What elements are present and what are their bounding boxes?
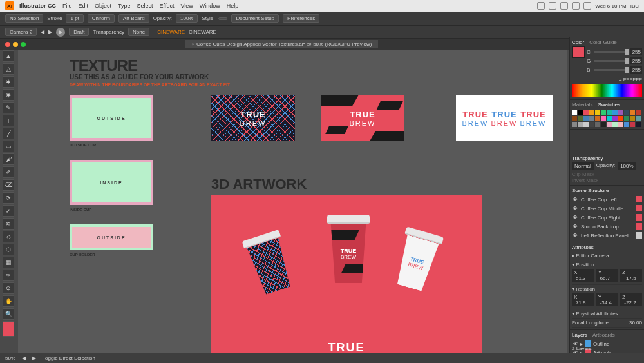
rot-y[interactable]: -34.4 — [598, 299, 614, 306]
pos-z[interactable]: -17.5 — [622, 275, 638, 282]
direct-selection-tool-icon[interactable]: △ — [3, 63, 14, 75]
swatch[interactable] — [589, 122, 594, 127]
blend-mode[interactable]: Normal — [572, 162, 594, 170]
texture-preview-3[interactable]: TRUEBREW TRUEBREW TRUEBREW — [456, 95, 553, 141]
document-tab[interactable]: × Coffee Cups Design Applied Vector Text… — [185, 40, 378, 48]
close-window-icon[interactable] — [5, 42, 10, 47]
canvas-area[interactable]: TEXTURE USE THIS AS A GUIDE FOR YOUR ART… — [18, 50, 567, 353]
nav-icon[interactable]: ◀ — [22, 355, 26, 361]
swatch[interactable] — [601, 110, 606, 115]
menu-window[interactable]: Window — [200, 3, 220, 9]
tray-icon[interactable] — [560, 2, 568, 10]
swatch[interactable] — [618, 110, 623, 115]
menu-select[interactable]: Select — [137, 3, 153, 9]
scene-color-box[interactable] — [636, 196, 642, 202]
menubar-user[interactable]: IBC — [630, 3, 639, 9]
pen-tool-icon[interactable]: ✎ — [3, 102, 14, 113]
focal-value[interactable]: 36.00 — [629, 320, 642, 326]
swatch[interactable] — [612, 110, 618, 115]
swatch-grid[interactable] — [572, 110, 642, 127]
swatch[interactable] — [583, 110, 589, 115]
pos-x[interactable]: 51.3 — [574, 275, 588, 282]
scene-row[interactable]: 👁Coffee Cup Middle — [572, 204, 642, 213]
opacity-value[interactable]: 100% — [176, 14, 198, 23]
swatch[interactable] — [636, 122, 641, 127]
visibility-icon[interactable]: 👁 — [572, 206, 578, 211]
scene-row[interactable]: 👁Coffee Cup Right — [572, 213, 642, 222]
artboard-outside-cup[interactable]: OUTSIDE — [70, 95, 153, 141]
menu-file[interactable]: File — [62, 3, 72, 9]
menu-type[interactable]: Type — [118, 3, 131, 9]
transparency-tab[interactable]: Transparency — [572, 155, 603, 161]
scene-color-box[interactable] — [636, 214, 642, 221]
eyedropper-tool-icon[interactable]: ✑ — [3, 270, 14, 281]
tray-icon[interactable] — [572, 2, 580, 10]
color-tab[interactable]: Color — [572, 39, 584, 45]
swatches-tab[interactable]: Swatches — [598, 102, 620, 108]
swatch[interactable] — [589, 116, 594, 121]
3d-artwork-artboard[interactable]: TRUEBREW TRUEBREW TRUEBREW — [211, 195, 482, 353]
nav-icon[interactable]: ◀ — [41, 29, 44, 35]
eraser-tool-icon[interactable]: ⌫ — [3, 179, 14, 191]
swatch[interactable] — [572, 116, 577, 121]
scene-title[interactable]: Scene Structure — [572, 188, 609, 193]
texture-preview-2[interactable]: TRUEBREW — [321, 95, 404, 141]
play-icon[interactable]: ▶ — [56, 28, 65, 37]
hex-value[interactable]: # FFFFFF — [572, 77, 642, 83]
visibility-icon[interactable]: 👁 — [572, 224, 578, 230]
swatch[interactable] — [589, 110, 594, 115]
stroke-profile[interactable]: Uniform — [88, 14, 115, 23]
magic-wand-tool-icon[interactable]: ✱ — [3, 76, 14, 88]
transparency-value[interactable]: None — [128, 28, 149, 36]
lasso-tool-icon[interactable]: ◉ — [3, 89, 14, 101]
tray-icon[interactable] — [537, 2, 545, 10]
c-slider[interactable] — [594, 51, 629, 53]
scene-row[interactable]: 👁Studio Backdrop — [572, 222, 642, 231]
render-quality[interactable]: Draft — [69, 28, 89, 36]
paintbrush-tool-icon[interactable]: 🖌 — [3, 153, 14, 165]
g-slider[interactable] — [594, 60, 629, 62]
swatch[interactable] — [595, 116, 600, 121]
swatch[interactable] — [583, 122, 589, 127]
visibility-icon[interactable]: 👁 — [572, 233, 578, 239]
swatch[interactable] — [630, 110, 635, 115]
minimize-window-icon[interactable] — [13, 42, 18, 47]
style-swatch[interactable] — [218, 17, 227, 20]
swatch[interactable] — [630, 122, 635, 127]
artboard-dropdown[interactable]: Art Board — [118, 14, 149, 23]
swatch[interactable] — [572, 110, 577, 115]
scene-color-box[interactable] — [636, 232, 642, 239]
swatch[interactable] — [607, 116, 612, 121]
color-well[interactable] — [572, 46, 585, 58]
swatch[interactable] — [601, 116, 606, 121]
swatch[interactable] — [624, 110, 629, 115]
g-value[interactable]: 255 — [630, 57, 642, 64]
swatch[interactable] — [612, 122, 618, 127]
swatch[interactable] — [578, 110, 583, 115]
scene-color-box[interactable] — [636, 205, 642, 211]
zoom-tool-icon[interactable]: 🔍 — [3, 308, 14, 320]
line-tool-icon[interactable]: ╱ — [3, 128, 14, 139]
menu-effect[interactable]: Effect — [160, 3, 175, 9]
stroke-value[interactable]: 1 pt — [66, 14, 83, 23]
swatch[interactable] — [630, 116, 635, 121]
opacity-value[interactable]: 100% — [618, 162, 636, 170]
free-transform-tool-icon[interactable]: ◇ — [3, 231, 14, 242]
camera-dropdown[interactable]: Camera 2 — [5, 28, 37, 36]
swatch[interactable] — [607, 122, 612, 127]
rectangle-tool-icon[interactable]: ▭ — [3, 141, 14, 152]
scale-tool-icon[interactable]: ⤢ — [3, 205, 14, 217]
menu-object[interactable]: Object — [95, 3, 111, 9]
tray-icon[interactable] — [583, 2, 591, 10]
texture-preview-1[interactable]: TRUEBREW — [211, 95, 295, 141]
pencil-tool-icon[interactable]: ✐ — [3, 166, 14, 178]
width-tool-icon[interactable]: ≋ — [3, 218, 14, 230]
artboard-cup-holder[interactable]: OUTSIDE — [70, 224, 153, 250]
rot-x[interactable]: 71.8 — [574, 299, 588, 306]
visibility-icon[interactable]: 👁 — [572, 197, 578, 202]
swatch[interactable] — [607, 110, 612, 115]
swatch[interactable] — [578, 116, 583, 121]
menu-view[interactable]: View — [180, 3, 193, 9]
c-value[interactable]: 255 — [630, 48, 642, 55]
rotate-tool-icon[interactable]: ⟳ — [3, 192, 14, 204]
